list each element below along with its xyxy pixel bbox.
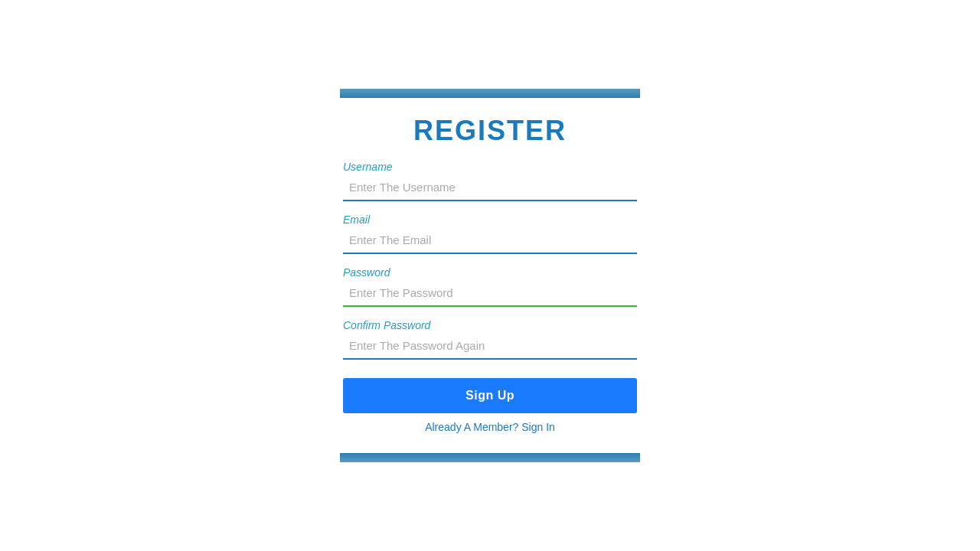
password-field-group: Password (340, 266, 640, 307)
username-label: Username (343, 161, 637, 173)
page-title: REGISTER (340, 115, 640, 147)
bottom-decorative-bar (340, 453, 640, 462)
confirm-password-input[interactable] (343, 334, 637, 360)
password-label: Password (343, 266, 637, 279)
email-field-group: Email (340, 214, 640, 254)
signup-button[interactable]: Sign Up (343, 378, 637, 413)
password-input[interactable] (343, 282, 637, 307)
email-input[interactable] (343, 229, 637, 254)
confirm-password-field-group: Confirm Password (340, 319, 640, 360)
username-field-group: Username (340, 161, 640, 201)
signin-link[interactable]: Already A Member? Sign In (343, 421, 637, 433)
top-decorative-bar (340, 89, 640, 98)
email-label: Email (343, 214, 637, 226)
form-content: REGISTER Username Email Password Confirm… (340, 98, 640, 453)
confirm-password-label: Confirm Password (343, 319, 637, 331)
username-input[interactable] (343, 176, 637, 201)
register-card: REGISTER Username Email Password Confirm… (340, 89, 640, 462)
